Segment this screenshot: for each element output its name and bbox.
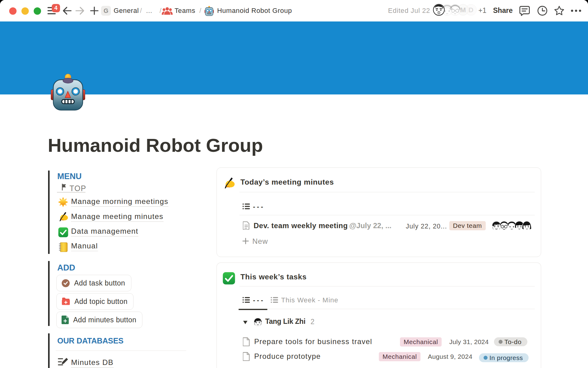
svg-text:M: M (460, 6, 466, 14)
svg-text:D: D (469, 6, 473, 14)
